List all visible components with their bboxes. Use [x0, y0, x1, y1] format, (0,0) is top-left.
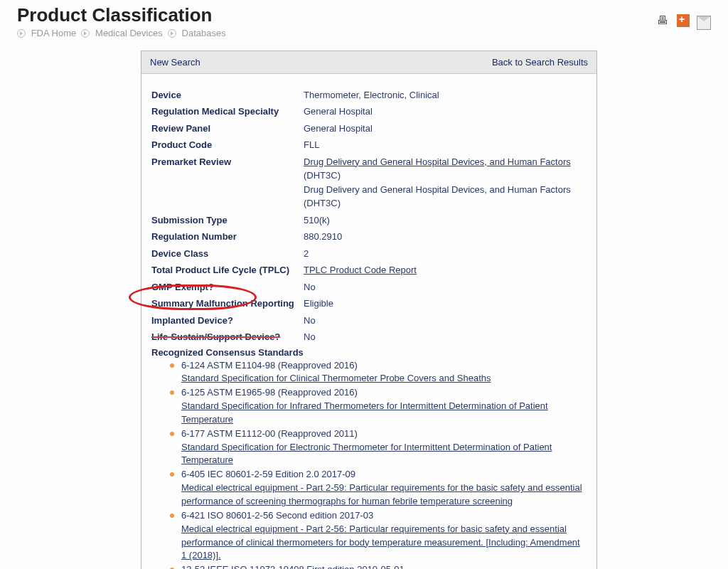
list-item: 6-421 ISO 80601-2-56 Second edition 2017…: [173, 509, 587, 563]
print-icon[interactable]: 🖶: [657, 14, 670, 27]
breadcrumb: FDA Home Medical Devices Databases: [17, 28, 711, 39]
standard-link[interactable]: Medical electrical equipment - Part 2-56…: [181, 523, 580, 561]
value-regulation-number: 880.2910: [304, 230, 342, 244]
breadcrumb-medical-devices[interactable]: Medical Devices: [95, 28, 163, 38]
list-item: 6-124 ASTM E1104-98 (Reapproved 2016) St…: [173, 359, 587, 386]
value-review-panel: General Hospital: [304, 122, 373, 136]
new-search-link[interactable]: New Search: [150, 57, 200, 68]
chevron-icon: [168, 29, 176, 38]
standard-code: 6-405 IEC 80601-2-59 Edition 2.0 2017-09: [181, 469, 355, 479]
share-icon[interactable]: [677, 14, 690, 27]
value-premarket-review: Drug Delivery and General Hospital Devic…: [304, 155, 587, 211]
label-tplc: Total Product Life Cycle (TPLC): [151, 263, 304, 277]
label-implanted: Implanted Device?: [151, 314, 304, 328]
label-regulation-number: Regulation Number: [151, 230, 304, 244]
list-item: 6-405 IEC 80601-2-59 Edition 2.0 2017-09…: [173, 468, 587, 509]
premarket-review-suffix: (DHT3C): [304, 170, 341, 181]
back-to-results-link[interactable]: Back to Search Results: [492, 57, 588, 68]
value-summary-malfunction: Eligible: [304, 297, 333, 311]
value-device-class: 2: [304, 247, 309, 261]
breadcrumb-databases[interactable]: Databases: [182, 28, 226, 38]
label-gmp-exempt: GMP Exempt?: [151, 280, 304, 294]
breadcrumb-fda-home[interactable]: FDA Home: [31, 28, 77, 38]
label-summary-malfunction: Summary Malfunction Reporting: [151, 297, 304, 311]
value-life-sustain: No: [304, 330, 316, 344]
standard-link[interactable]: Standard Specification for Infrared Ther…: [181, 400, 548, 425]
standard-link[interactable]: Standard Specification for Electronic Th…: [181, 442, 552, 466]
label-recognized-consensus: Recognized Consensus Standards: [151, 347, 587, 358]
standard-link[interactable]: Standard Specification for Clinical Ther…: [181, 373, 491, 383]
standard-code: 13-52 IEEE ISO 11073-10408 First edition…: [181, 564, 405, 569]
standard-code: 6-125 ASTM E1965-98 (Reapproved 2016): [181, 387, 358, 398]
consensus-standards-list: 6-124 ASTM E1104-98 (Reapproved 2016) St…: [151, 359, 587, 569]
value-submission-type: 510(k): [304, 213, 330, 228]
value-product-code: FLL: [304, 138, 319, 152]
label-life-sustain: Life-Sustain/Support Device?: [151, 330, 304, 344]
label-premarket-review: Premarket Review: [151, 155, 304, 169]
mail-icon[interactable]: [697, 16, 711, 30]
premarket-review-line2: Drug Delivery and General Hospital Devic…: [304, 184, 571, 209]
value-reg-specialty: General Hospital: [304, 105, 373, 119]
standard-code: 6-177 ASTM E1112-00 (Reapproved 2011): [181, 428, 358, 439]
value-implanted: No: [304, 314, 316, 328]
chevron-icon: [17, 29, 26, 38]
value-gmp-exempt: No: [304, 280, 316, 294]
list-item: 6-125 ASTM E1965-98 (Reapproved 2016) St…: [173, 386, 587, 427]
premarket-review-link[interactable]: Drug Delivery and General Hospital Devic…: [304, 156, 571, 167]
label-device-class: Device Class: [151, 247, 304, 261]
tplc-report-link[interactable]: TPLC Product Code Report: [304, 265, 417, 275]
classification-panel: New Search Back to Search Results Device…: [141, 50, 597, 569]
standard-link[interactable]: Medical electrical equipment - Part 2-59…: [181, 482, 582, 506]
label-submission-type: Submission Type: [151, 213, 304, 228]
label-review-panel: Review Panel: [151, 122, 304, 136]
label-product-code: Product Code: [151, 138, 304, 152]
list-item: 13-52 IEEE ISO 11073-10408 First edition…: [173, 563, 587, 569]
label-reg-specialty: Regulation Medical Specialty: [151, 105, 304, 119]
chevron-icon: [81, 29, 90, 38]
standard-code: 6-124 ASTM E1104-98 (Reapproved 2016): [181, 360, 358, 371]
label-device: Device: [151, 88, 304, 102]
value-device: Thermometer, Electronic, Clinical: [304, 88, 439, 102]
page-title: Product Classification: [17, 4, 711, 26]
list-item: 6-177 ASTM E1112-00 (Reapproved 2011) St…: [173, 427, 587, 468]
standard-code: 6-421 ISO 80601-2-56 Second edition 2017…: [181, 510, 373, 521]
